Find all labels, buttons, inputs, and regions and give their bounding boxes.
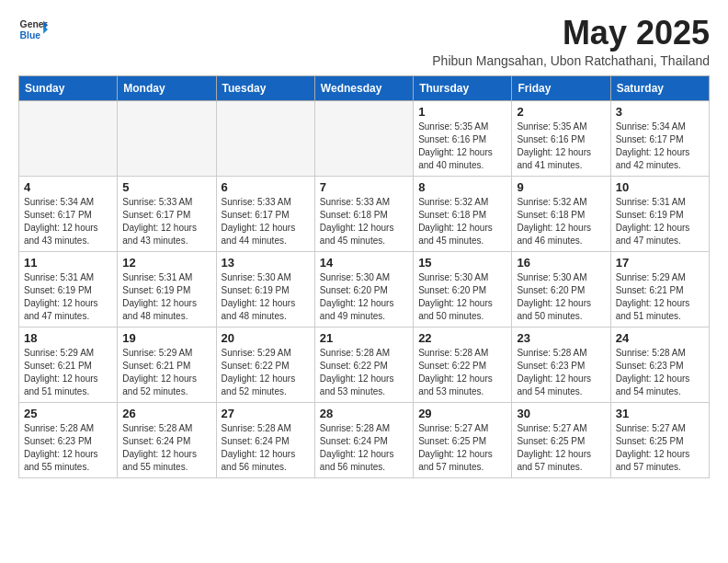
calendar-cell: 29Sunrise: 5:27 AM Sunset: 6:25 PM Dayli…	[414, 402, 512, 477]
day-number: 13	[222, 256, 310, 270]
weekday-header-saturday: Saturday	[610, 75, 709, 100]
day-detail: Sunrise: 5:31 AM Sunset: 6:19 PM Dayligh…	[122, 271, 210, 323]
day-number: 30	[517, 407, 605, 420]
day-detail: Sunrise: 5:30 AM Sunset: 6:19 PM Dayligh…	[222, 271, 310, 323]
calendar-cell: 15Sunrise: 5:30 AM Sunset: 6:20 PM Dayli…	[414, 251, 512, 327]
day-number: 7	[320, 180, 408, 194]
day-detail: Sunrise: 5:31 AM Sunset: 6:19 PM Dayligh…	[616, 196, 704, 247]
calendar-cell: 26Sunrise: 5:28 AM Sunset: 6:24 PM Dayli…	[118, 402, 216, 477]
day-detail: Sunrise: 5:28 AM Sunset: 6:24 PM Dayligh…	[320, 422, 408, 474]
day-number: 16	[517, 256, 605, 270]
day-detail: Sunrise: 5:30 AM Sunset: 6:20 PM Dayligh…	[320, 271, 408, 323]
weekday-header-wednesday: Wednesday	[314, 75, 413, 100]
day-number: 3	[616, 105, 704, 119]
weekday-header-tuesday: Tuesday	[216, 75, 314, 100]
day-number: 20	[222, 331, 310, 345]
day-number: 19	[122, 331, 210, 345]
day-detail: Sunrise: 5:29 AM Sunset: 6:22 PM Dayligh…	[222, 347, 310, 398]
calendar-cell	[314, 100, 413, 176]
calendar-cell: 31Sunrise: 5:27 AM Sunset: 6:25 PM Dayli…	[610, 402, 709, 477]
calendar-cell: 19Sunrise: 5:29 AM Sunset: 6:21 PM Dayli…	[118, 327, 216, 402]
day-number: 4	[24, 180, 112, 194]
day-detail: Sunrise: 5:32 AM Sunset: 6:18 PM Dayligh…	[418, 196, 506, 247]
day-detail: Sunrise: 5:33 AM Sunset: 6:17 PM Dayligh…	[122, 196, 210, 247]
day-number: 25	[24, 407, 112, 420]
day-number: 28	[320, 407, 408, 420]
day-detail: Sunrise: 5:27 AM Sunset: 6:25 PM Dayligh…	[418, 422, 506, 474]
day-number: 31	[616, 407, 704, 420]
logo-icon: General Blue	[18, 15, 48, 44]
day-detail: Sunrise: 5:27 AM Sunset: 6:25 PM Dayligh…	[517, 422, 605, 474]
month-title: May 2025	[432, 15, 710, 52]
calendar-cell: 10Sunrise: 5:31 AM Sunset: 6:19 PM Dayli…	[610, 176, 709, 251]
calendar-cell: 28Sunrise: 5:28 AM Sunset: 6:24 PM Dayli…	[314, 402, 413, 477]
day-number: 21	[320, 331, 408, 345]
week-row-5: 25Sunrise: 5:28 AM Sunset: 6:23 PM Dayli…	[19, 402, 710, 477]
calendar-cell: 18Sunrise: 5:29 AM Sunset: 6:21 PM Dayli…	[19, 327, 118, 402]
calendar-cell: 1Sunrise: 5:35 AM Sunset: 6:16 PM Daylig…	[414, 100, 512, 176]
day-detail: Sunrise: 5:29 AM Sunset: 6:21 PM Dayligh…	[122, 347, 210, 398]
day-number: 26	[122, 407, 210, 420]
day-detail: Sunrise: 5:34 AM Sunset: 6:17 PM Dayligh…	[616, 121, 704, 172]
weekday-header-sunday: Sunday	[19, 75, 118, 100]
day-number: 24	[616, 331, 704, 345]
calendar-cell: 13Sunrise: 5:30 AM Sunset: 6:19 PM Dayli…	[216, 251, 314, 327]
day-number: 10	[616, 180, 704, 194]
day-detail: Sunrise: 5:31 AM Sunset: 6:19 PM Dayligh…	[24, 271, 112, 323]
day-number: 18	[24, 331, 112, 345]
day-number: 27	[222, 407, 310, 420]
day-detail: Sunrise: 5:28 AM Sunset: 6:24 PM Dayligh…	[122, 422, 210, 474]
day-number: 8	[418, 180, 506, 194]
day-number: 22	[418, 331, 506, 345]
calendar-cell: 22Sunrise: 5:28 AM Sunset: 6:22 PM Dayli…	[414, 327, 512, 402]
calendar: SundayMondayTuesdayWednesdayThursdayFrid…	[18, 75, 710, 478]
logo: General Blue	[18, 15, 48, 44]
day-number: 5	[122, 180, 210, 194]
weekday-header-row: SundayMondayTuesdayWednesdayThursdayFrid…	[19, 75, 710, 100]
day-detail: Sunrise: 5:35 AM Sunset: 6:16 PM Dayligh…	[418, 121, 506, 172]
day-detail: Sunrise: 5:30 AM Sunset: 6:20 PM Dayligh…	[517, 271, 605, 323]
calendar-cell: 5Sunrise: 5:33 AM Sunset: 6:17 PM Daylig…	[118, 176, 216, 251]
day-number: 11	[24, 256, 112, 270]
weekday-header-friday: Friday	[512, 75, 610, 100]
day-number: 6	[222, 180, 310, 194]
calendar-cell	[118, 100, 216, 176]
day-number: 17	[616, 256, 704, 270]
day-number: 29	[418, 407, 506, 420]
week-row-4: 18Sunrise: 5:29 AM Sunset: 6:21 PM Dayli…	[19, 327, 710, 402]
calendar-cell: 23Sunrise: 5:28 AM Sunset: 6:23 PM Dayli…	[512, 327, 610, 402]
day-detail: Sunrise: 5:28 AM Sunset: 6:23 PM Dayligh…	[517, 347, 605, 398]
day-number: 2	[517, 105, 605, 119]
day-detail: Sunrise: 5:32 AM Sunset: 6:18 PM Dayligh…	[517, 196, 605, 247]
calendar-cell: 11Sunrise: 5:31 AM Sunset: 6:19 PM Dayli…	[19, 251, 118, 327]
day-detail: Sunrise: 5:34 AM Sunset: 6:17 PM Dayligh…	[24, 196, 112, 247]
calendar-cell	[216, 100, 314, 176]
calendar-cell: 14Sunrise: 5:30 AM Sunset: 6:20 PM Dayli…	[314, 251, 413, 327]
calendar-cell: 27Sunrise: 5:28 AM Sunset: 6:24 PM Dayli…	[216, 402, 314, 477]
calendar-cell: 12Sunrise: 5:31 AM Sunset: 6:19 PM Dayli…	[118, 251, 216, 327]
day-number: 9	[517, 180, 605, 194]
week-row-3: 11Sunrise: 5:31 AM Sunset: 6:19 PM Dayli…	[19, 251, 710, 327]
day-detail: Sunrise: 5:33 AM Sunset: 6:18 PM Dayligh…	[320, 196, 408, 247]
calendar-cell: 3Sunrise: 5:34 AM Sunset: 6:17 PM Daylig…	[610, 100, 709, 176]
calendar-cell: 17Sunrise: 5:29 AM Sunset: 6:21 PM Dayli…	[610, 251, 709, 327]
day-detail: Sunrise: 5:28 AM Sunset: 6:22 PM Dayligh…	[418, 347, 506, 398]
day-detail: Sunrise: 5:28 AM Sunset: 6:23 PM Dayligh…	[616, 347, 704, 398]
day-detail: Sunrise: 5:30 AM Sunset: 6:20 PM Dayligh…	[418, 271, 506, 323]
header: General Blue May 2025 Phibun Mangsahan, …	[18, 15, 710, 68]
calendar-cell: 16Sunrise: 5:30 AM Sunset: 6:20 PM Dayli…	[512, 251, 610, 327]
weekday-header-monday: Monday	[118, 75, 216, 100]
day-detail: Sunrise: 5:33 AM Sunset: 6:17 PM Dayligh…	[222, 196, 310, 247]
day-number: 1	[418, 105, 506, 119]
calendar-cell	[19, 100, 118, 176]
day-detail: Sunrise: 5:28 AM Sunset: 6:24 PM Dayligh…	[222, 422, 310, 474]
calendar-cell: 2Sunrise: 5:35 AM Sunset: 6:16 PM Daylig…	[512, 100, 610, 176]
day-detail: Sunrise: 5:35 AM Sunset: 6:16 PM Dayligh…	[517, 121, 605, 172]
calendar-cell: 25Sunrise: 5:28 AM Sunset: 6:23 PM Dayli…	[19, 402, 118, 477]
calendar-cell: 20Sunrise: 5:29 AM Sunset: 6:22 PM Dayli…	[216, 327, 314, 402]
subtitle: Phibun Mangsahan, Ubon Ratchathani, Thai…	[432, 53, 710, 68]
calendar-cell: 24Sunrise: 5:28 AM Sunset: 6:23 PM Dayli…	[610, 327, 709, 402]
week-row-2: 4Sunrise: 5:34 AM Sunset: 6:17 PM Daylig…	[19, 176, 710, 251]
calendar-cell: 9Sunrise: 5:32 AM Sunset: 6:18 PM Daylig…	[512, 176, 610, 251]
day-detail: Sunrise: 5:28 AM Sunset: 6:23 PM Dayligh…	[24, 422, 112, 474]
